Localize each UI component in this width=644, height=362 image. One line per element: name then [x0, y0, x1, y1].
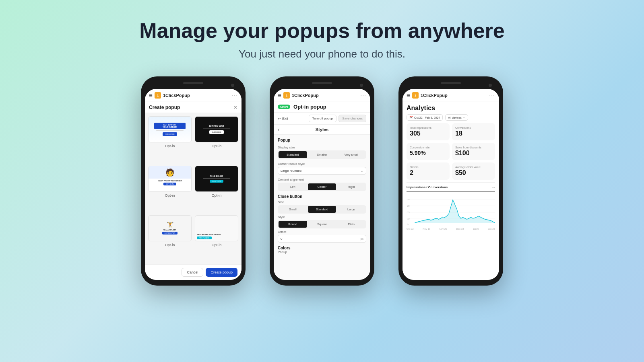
phone-3-screen: ☰ 1 1ClickPopup ··· Analytics 📅 Oct 22 -… [402, 89, 499, 280]
close-standard-btn[interactable]: Standard [308, 206, 336, 213]
phone-1: ☰ 1 1ClickPopup ··· Create popup ✕ GET 1… [141, 76, 246, 286]
analytics-filter-row: 📅 Oct 22 - Feb 9, 2024 All devices ⌄ [407, 114, 495, 121]
close-size-label: Size [278, 200, 366, 204]
popup-name-bar: Active Opt-in popup [274, 101, 370, 113]
create-popup-footer: Cancel Create popup [145, 264, 242, 280]
create-popup-header: Create popup ✕ [145, 101, 242, 113]
exit-link[interactable]: ↩ Exit [278, 115, 288, 122]
colors-section: Colors Popup [278, 246, 366, 255]
date-range-filter[interactable]: 📅 Oct 22 - Feb 9, 2024 [407, 114, 443, 121]
display-size-label: Display size [278, 146, 366, 149]
align-right-btn[interactable]: Right [337, 183, 365, 190]
calendar-icon: 📅 [409, 116, 413, 119]
template-item-3[interactable]: 🧑 ENJOY 70% OFF YOUR ORDER GET DEAL Opt-… [148, 166, 192, 212]
phone-3: ☰ 1 1ClickPopup ··· Analytics 📅 Oct 22 -… [398, 76, 503, 286]
app-name-2: 1ClickPopup [292, 93, 319, 98]
metric-conversion-rate: Conversion rate 5.90% [407, 143, 450, 160]
styles-content: Popup Display size Standard Smaller Very… [274, 135, 370, 280]
close-icon-1[interactable]: ✕ [233, 105, 237, 110]
app-name-3: 1ClickPopup [421, 93, 448, 98]
metric-orders: Orders 2 [407, 162, 450, 180]
style-square-btn[interactable]: Square [308, 221, 336, 228]
template-item-1[interactable]: GET 10% OFFYOUR ORDER! SUBSCRIBE Opt-in [148, 116, 192, 162]
metric-conversions: Conversions 18 [452, 123, 495, 140]
chart-header: Impressions / Conversions ··· [407, 185, 495, 191]
hamburger-icon-2: ☰ [278, 93, 281, 98]
turn-off-button[interactable]: Turn off popup [309, 115, 337, 122]
corner-radius-field: Corner radius style Large rounded ⌄ [278, 162, 366, 175]
metric-avg-order: Average order value $50 [452, 162, 495, 180]
style-plain-btn[interactable]: Plain [337, 221, 365, 228]
offset-field[interactable]: 0 px [278, 235, 366, 243]
align-center-btn[interactable]: Center [308, 183, 336, 190]
corner-radius-select[interactable]: Large rounded ⌄ [278, 167, 366, 175]
close-small-btn[interactable]: Small [279, 206, 307, 213]
exit-icon: ↩ [278, 117, 281, 121]
chart-x-labels: Oct 22 Nov 10 Nov 29 Dec 18 Jan 6 Jan 25 [407, 228, 495, 230]
template-item-4[interactable]: BLUE RELIEF SHOP NOW Opt-in [195, 166, 238, 212]
svg-text:10: 10 [407, 218, 410, 220]
colors-title: Colors [278, 246, 366, 250]
template-item-2[interactable]: JOIN THE CLUB SUBSCRIBE Opt-in [195, 116, 238, 162]
topbar-dots-3[interactable]: ··· [489, 92, 495, 99]
hamburger-icon: ☰ [149, 93, 153, 98]
popup-section-title: Popup [278, 138, 366, 142]
template-item-6[interactable]: WANT $10 OFF YOUR ORDER? YES PLEASE Opt-… [195, 215, 238, 261]
svg-text:20: 20 [407, 205, 410, 207]
phone-2-screen: ☰ 1 1ClickPopup ··· Active Opt-in popup … [274, 89, 370, 280]
size-standard-btn[interactable]: Standard [279, 151, 307, 158]
phones-container: ☰ 1 1ClickPopup ··· Create popup ✕ GET 1… [141, 76, 503, 286]
phone-2-topbar: ☰ 1 1ClickPopup ··· [274, 89, 370, 101]
chevron-down-icon: ⌄ [361, 169, 363, 173]
size-very-small-btn[interactable]: Very small [337, 151, 365, 158]
topbar-dots-1[interactable]: ··· [231, 92, 237, 99]
phone-2: ☰ 1 1ClickPopup ··· Active Opt-in popup … [270, 76, 374, 286]
app-logo-3: 1 [412, 92, 419, 99]
display-size-control: Standard Smaller Very small [278, 150, 366, 159]
active-badge: Active [278, 105, 290, 109]
create-popup-title: Create popup [149, 105, 180, 110]
app-logo-2: 1 [283, 92, 290, 99]
phone-1-topbar: ☰ 1 1ClickPopup ··· [145, 89, 242, 101]
chart-section: Impressions / Conversions ··· 25 [407, 182, 495, 230]
create-popup-button[interactable]: Create popup [206, 268, 237, 277]
page-header: Manage your popups from anywhere You jus… [139, 0, 504, 72]
phone-3-topbar: ☰ 1 1ClickPopup ··· [402, 89, 499, 101]
action-buttons-row: ↩ Exit Turn off popup Save changes [274, 113, 370, 125]
metric-impressions: Total impressions 305 [407, 123, 450, 140]
corner-radius-label: Corner radius style [278, 162, 366, 166]
analytics-content: Analytics 📅 Oct 22 - Feb 9, 2024 All dev… [402, 101, 499, 280]
chart-dots[interactable]: ··· [492, 185, 495, 189]
close-button-title: Close button [278, 194, 366, 199]
px-unit: px [361, 237, 363, 240]
styles-nav: ‹ Styles [274, 125, 370, 135]
content-alignment-control: Left Center Right [278, 183, 366, 191]
phone-1-screen: ☰ 1 1ClickPopup ··· Create popup ✕ GET 1… [145, 89, 242, 280]
align-left-btn[interactable]: Left [279, 183, 307, 190]
template-item-5[interactable]: 🏋️ Unlock 15% OFF GET COUPON Opt-in [148, 215, 192, 261]
popup-sub-label: Popup [278, 250, 366, 254]
size-smaller-btn[interactable]: Smaller [308, 151, 336, 158]
svg-text:15: 15 [407, 211, 410, 214]
metrics-grid: Total impressions 305 Conversions 18 Con… [407, 123, 495, 180]
topbar-dots-2[interactable]: ··· [360, 92, 366, 99]
save-changes-button[interactable]: Save changes [339, 115, 366, 122]
close-size-control: Small Standard Large [278, 205, 366, 214]
svg-text:5: 5 [407, 223, 409, 225]
device-filter[interactable]: All devices ⌄ [445, 114, 468, 121]
close-style-control: Round Square Plain [278, 220, 366, 228]
templates-grid: GET 10% OFFYOUR ORDER! SUBSCRIBE Opt-in … [145, 113, 242, 264]
back-arrow-icon[interactable]: ‹ [278, 127, 279, 132]
cancel-button[interactable]: Cancel [182, 268, 203, 277]
app-logo-1: 1 [155, 92, 161, 99]
style-round-btn[interactable]: Round [279, 221, 307, 228]
page-title: Manage your popups from anywhere [139, 19, 504, 42]
page-subtitle: You just need your phone to do this. [139, 48, 504, 60]
popup-name-title: Opt-in popup [293, 104, 326, 110]
chart-title: Impressions / Conversions [407, 185, 448, 189]
svg-text:25: 25 [407, 198, 410, 201]
chevron-down-icon-3: ⌄ [463, 116, 465, 119]
metric-sales-discounts: Sales from discounts $100 [452, 143, 495, 160]
styles-title: Styles [316, 127, 328, 132]
close-large-btn[interactable]: Large [337, 206, 365, 213]
